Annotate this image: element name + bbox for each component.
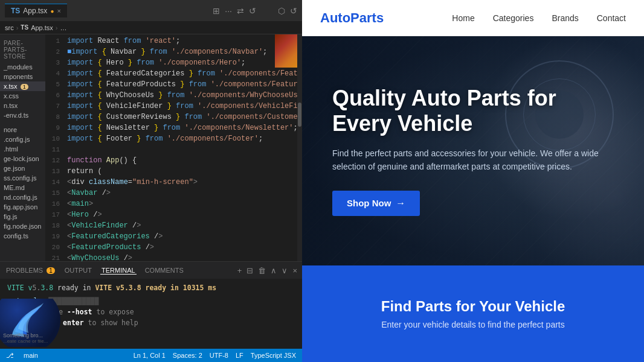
file-config-js[interactable]: .config.js xyxy=(0,135,45,144)
terminal-toolbar: + ⊟ 🗑 ∧ ∨ × xyxy=(237,266,297,275)
vscode-editor: TS App.tsx ● × ⊞ ··· ⇄ ↺ ⬡ ↺ src › TS Ap… xyxy=(0,0,302,362)
nav-categories[interactable]: Categories xyxy=(493,13,534,23)
hero-section: Quality Auto Parts for Every Vehicle Fin… xyxy=(302,36,644,265)
find-parts-subtitle: Enter your vehicle details to find the p… xyxy=(381,320,565,329)
vite-label: VITE v xyxy=(7,284,33,292)
trash-icon[interactable]: 🗑 xyxy=(258,266,266,275)
editor-tab[interactable]: TS App.tsx ● × xyxy=(5,4,67,17)
file-app-css[interactable]: x.css xyxy=(0,91,45,101)
split-editor-icon[interactable]: ⊞ xyxy=(213,6,220,16)
encoding-indicator[interactable]: UTF-8 xyxy=(210,352,228,359)
reload-browser-icon[interactable]: ↺ xyxy=(290,6,297,16)
line-gutter: 12345 678910 1112131415 1617181920 21222… xyxy=(45,34,63,261)
vite-ready-line: VITE v5.3.8 ready in VITE v5.3.8 ready i… xyxy=(7,282,295,293)
code-content-area[interactable]: 12345 678910 1112131415 1617181920 21222… xyxy=(45,34,302,261)
hero-content: Quality Auto Parts for Every Vehicle Fin… xyxy=(302,86,644,216)
file-package-json[interactable]: ge.json xyxy=(0,164,45,173)
file-gitignore[interactable]: nore xyxy=(0,125,45,135)
tab-output[interactable]: OUTPUT xyxy=(63,267,93,274)
file-ts-config[interactable]: config.ts xyxy=(0,231,45,241)
file-css-config[interactable]: ss.config.js xyxy=(0,173,45,183)
more-actions-icon[interactable]: ··· xyxy=(225,6,232,16)
status-bar: ⎇ main Ln 1, Col 1 Spaces: 2 UTF-8 LF Ty… xyxy=(0,349,302,362)
close-terminal-icon[interactable]: × xyxy=(292,266,297,275)
chevron-down-icon[interactable]: ∨ xyxy=(282,266,288,275)
site-nav: AutoParts Home Categories Brands Contact xyxy=(302,0,644,36)
nav-contact[interactable]: Contact xyxy=(597,13,626,23)
scroll-thumb xyxy=(298,103,301,127)
breadcrumb-symbol: … xyxy=(60,24,66,31)
vite-version: 5. xyxy=(33,284,41,292)
refresh-icon[interactable]: ↺ xyxy=(249,6,256,16)
breadcrumb: src › TS App.tsx › … xyxy=(0,21,302,34)
title-bar: TS App.tsx ● × ⊞ ··· ⇄ ↺ ⬡ ↺ xyxy=(0,0,302,21)
problems-badge: 1 xyxy=(47,267,55,274)
file-app-tsx[interactable]: x.tsx 1 xyxy=(0,81,45,91)
spaces-indicator[interactable]: Spaces: 2 xyxy=(173,352,202,359)
watermark-overlay: Something bro... ...eate cache or file..… xyxy=(0,299,79,347)
new-terminal-icon[interactable]: + xyxy=(237,266,242,275)
nav-links: Home Categories Brands Contact xyxy=(452,13,626,23)
site-logo: AutoParts xyxy=(320,10,384,26)
file-tailwind-config[interactable]: nd.config.js xyxy=(0,192,45,202)
modified-indicator: ● xyxy=(50,8,54,14)
tab-problems[interactable]: PROBLEMS 1 xyxy=(5,267,56,274)
tab-terminal[interactable]: TERMINAL xyxy=(100,267,137,275)
nav-home[interactable]: Home xyxy=(452,13,474,23)
file-package-lock[interactable]: ge-lock.json xyxy=(0,154,45,164)
breadcrumb-sep1: › xyxy=(16,24,19,31)
tab-comments[interactable]: COMMENTS xyxy=(144,267,185,274)
cursor-position[interactable]: Ln 1, Col 1 xyxy=(134,352,166,359)
ts-prefix: TS xyxy=(11,7,20,15)
file-app-json[interactable]: fig.app.json xyxy=(0,202,45,212)
file-html[interactable]: .html xyxy=(0,144,45,154)
open-changes-icon[interactable]: ⇄ xyxy=(237,6,244,16)
breadcrumb-sep2: › xyxy=(56,24,58,31)
chevron-up-icon[interactable]: ∧ xyxy=(271,266,277,275)
shop-now-arrow: → xyxy=(396,198,405,209)
shop-now-label: Shop Now xyxy=(347,198,391,208)
close-tab-button[interactable]: × xyxy=(57,7,60,14)
file-tree-spacer xyxy=(0,120,45,125)
file-components[interactable]: mponents xyxy=(0,72,45,81)
hero-subtitle: Find the perfect parts and accessories f… xyxy=(332,147,614,174)
find-parts-section: Find Parts for Your Vehicle Enter your v… xyxy=(302,265,644,362)
breadcrumb-file[interactable]: App.tsx xyxy=(31,24,53,31)
shop-now-button[interactable]: Shop Now → xyxy=(332,191,420,216)
spacer xyxy=(261,6,273,16)
terminal-tab-bar: PROBLEMS 1 OUTPUT TERMINAL COMMENTS + ⊟ … xyxy=(0,262,302,279)
split-terminal-icon[interactable]: ⊟ xyxy=(246,266,253,275)
watermark-text: Something bro... ...eate cache or file..… xyxy=(3,332,48,344)
find-parts-title: Find Parts for Your Vehicle xyxy=(381,298,565,315)
nav-brands[interactable]: Brands xyxy=(552,13,578,23)
file-readme[interactable]: ME.md xyxy=(0,183,45,192)
breadcrumb-src[interactable]: src xyxy=(5,24,14,31)
file-explorer: PARE-PARTS-STORE _modules mponents x.tsx… xyxy=(0,34,45,261)
status-bar-right: Ln 1, Col 1 Spaces: 2 UTF-8 LF TypeScrip… xyxy=(134,352,296,359)
tab-filename: App.tsx xyxy=(23,7,47,15)
line-ending-indicator[interactable]: LF xyxy=(236,352,243,359)
code-lines: import React from 'react'; ■import { Nav… xyxy=(63,34,297,261)
file-node-modules[interactable]: _modules xyxy=(0,62,45,72)
browser-preview: AutoParts Home Categories Brands Contact… xyxy=(302,0,644,362)
file-vite-config[interactable]: fig.js xyxy=(0,212,45,221)
git-branch: main xyxy=(24,352,38,359)
git-branch-icon: ⎇ xyxy=(6,352,14,360)
hero-title: Quality Auto Parts for Every Vehicle xyxy=(332,86,614,136)
scrollbar[interactable] xyxy=(297,34,302,261)
breadcrumb-ts-icon: TS xyxy=(21,24,28,31)
explorer-header: PARE-PARTS-STORE xyxy=(0,37,45,62)
file-main-tsx[interactable]: n.tsx xyxy=(0,101,45,110)
browser-preview-icon[interactable]: ⬡ xyxy=(278,6,285,16)
file-node-config[interactable]: fig.node.json xyxy=(0,221,45,231)
title-bar-icons: ⊞ ··· ⇄ ↺ ⬡ ↺ xyxy=(213,6,297,16)
file-env-dts[interactable]: -env.d.ts xyxy=(0,110,45,120)
language-mode[interactable]: TypeScript JSX xyxy=(251,352,296,359)
